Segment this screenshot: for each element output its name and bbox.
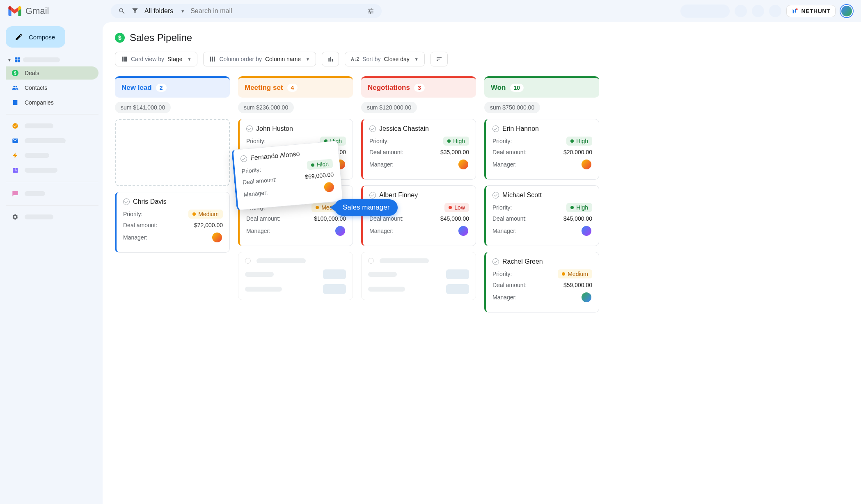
sidebar-collapse-row[interactable]: ▼ xyxy=(6,55,98,65)
sidebar-item-contacts[interactable]: Contacts xyxy=(6,81,98,94)
columns-icon xyxy=(209,56,216,62)
column-sum: sum $236,000.00 xyxy=(238,102,294,113)
mail-icon xyxy=(11,137,19,144)
check-circle-icon xyxy=(369,192,376,198)
nethunt-filter-icon[interactable] xyxy=(131,7,139,15)
column-order-value: Column name xyxy=(265,56,301,62)
check-circle-icon xyxy=(246,125,253,132)
column-header[interactable]: Won10 xyxy=(484,76,599,98)
gear-icon xyxy=(11,213,19,221)
deal-card[interactable]: Michael ScottPriority:HighDeal amount:$4… xyxy=(484,185,599,246)
manager-avatar[interactable] xyxy=(458,159,469,170)
page-title-row: $ Sales Pipeline xyxy=(115,32,849,43)
placeholder xyxy=(769,5,781,17)
priority-label: Priority: xyxy=(492,138,512,144)
column-header[interactable]: Meeting set4 xyxy=(238,76,353,98)
card-view-value: Stage xyxy=(167,56,183,62)
nethunt-label: NETHUNT xyxy=(801,8,830,14)
manager-avatar[interactable] xyxy=(581,159,592,170)
sidebar-item-placeholder[interactable] xyxy=(6,187,98,200)
sidebar-item-settings[interactable] xyxy=(6,210,98,223)
chevron-down-icon: ▼ xyxy=(306,57,310,62)
column-header[interactable]: Negotiations3 xyxy=(361,76,476,98)
sidebar-item-deals[interactable]: $ Deals xyxy=(6,66,98,80)
sidebar-item-placeholder[interactable] xyxy=(6,149,98,162)
divider xyxy=(6,182,98,182)
sort-by-select[interactable]: A↓Z Sort by Close day ▼ xyxy=(345,52,425,66)
card-view-label: Card view by xyxy=(131,56,164,62)
manager-avatar[interactable] xyxy=(581,292,592,303)
priority-label: Priority: xyxy=(241,166,261,175)
sort-by-label: Sort by xyxy=(362,56,380,62)
check-circle-icon xyxy=(11,122,19,130)
manager-avatar[interactable] xyxy=(211,232,223,243)
column-sum: sum $120,000.00 xyxy=(361,102,417,113)
priority-badge: High xyxy=(566,203,592,212)
compose-button[interactable]: Compose xyxy=(6,26,65,48)
placeholder xyxy=(680,5,730,18)
priority-label: Priority: xyxy=(492,204,512,211)
deal-card[interactable]: Chris DavisPriority:MediumDeal amount:$7… xyxy=(115,192,230,253)
card-view-by-select[interactable]: Card view by Stage ▼ xyxy=(115,52,197,66)
column-count: 4 xyxy=(287,84,298,92)
sidebar-item-placeholder[interactable] xyxy=(6,119,98,132)
column-sum: sum $141,000.00 xyxy=(115,102,171,113)
sidebar-item-placeholder[interactable] xyxy=(6,134,98,147)
manager-avatar[interactable] xyxy=(458,225,469,237)
dragging-deal-card[interactable]: Fernando Alonso Priority:High Deal amoun… xyxy=(231,141,343,210)
deal-name: Michael Scott xyxy=(502,192,542,199)
search-input[interactable] xyxy=(190,7,361,15)
column-title: Negotiations xyxy=(368,84,410,92)
sidebar-item-placeholder[interactable] xyxy=(6,164,98,177)
sidebar-item-label: Deals xyxy=(25,70,39,76)
deal-name: Erin Hannon xyxy=(502,125,539,132)
compose-label: Compose xyxy=(29,34,55,41)
deal-amount: $35,000.00 xyxy=(440,149,469,155)
sidebar-item-companies[interactable]: Companies xyxy=(6,96,98,109)
manager-avatar[interactable] xyxy=(334,225,346,237)
app-name: Gmail xyxy=(25,6,49,16)
placeholder xyxy=(735,5,747,17)
logo-section: Gmail xyxy=(8,6,103,16)
placeholder xyxy=(25,153,49,158)
nethunt-badge[interactable]: NETHUNT xyxy=(786,5,836,17)
filter-button[interactable] xyxy=(430,52,448,66)
deal-card[interactable]: Rachel GreenPriority:MediumDeal amount:$… xyxy=(484,252,599,312)
chart-button[interactable] xyxy=(322,52,339,66)
amount-label: Deal amount: xyxy=(246,215,280,222)
user-avatar[interactable] xyxy=(840,5,853,17)
placeholder xyxy=(25,191,45,196)
deal-name: Albert Finney xyxy=(379,192,418,199)
manager-label: Manager: xyxy=(492,228,517,234)
manager-label: Manager: xyxy=(246,228,270,234)
amount-label: Deal amount: xyxy=(492,149,527,155)
priority-label: Priority: xyxy=(123,211,142,217)
pencil-icon xyxy=(15,33,23,41)
column-count: 2 xyxy=(156,84,167,92)
dollar-icon: $ xyxy=(115,33,125,43)
search-bar[interactable]: All folders ▼ xyxy=(111,4,382,18)
check-circle-icon xyxy=(240,155,247,162)
search-icon xyxy=(118,7,126,15)
sort-lines-icon xyxy=(436,56,442,62)
deal-card[interactable]: Erin HannonPriority:HighDeal amount:$20,… xyxy=(484,119,599,180)
gmail-logo-icon xyxy=(8,6,21,16)
column-title: New lead xyxy=(121,84,152,92)
page-title: Sales Pipeline xyxy=(130,32,192,43)
tune-icon[interactable] xyxy=(367,7,374,15)
folder-label[interactable]: All folders xyxy=(144,7,173,15)
divider xyxy=(6,205,98,205)
sidebar-item-label: Contacts xyxy=(25,84,47,91)
column-order-select[interactable]: Column order by Column name ▼ xyxy=(203,52,316,66)
priority-badge: Medium xyxy=(188,210,223,219)
column-header[interactable]: New lead2 xyxy=(115,76,230,98)
check-circle-icon xyxy=(369,125,376,132)
sidebar: Compose ▼ $ Deals Contacts Companies xyxy=(0,22,103,504)
deal-amount: $45,000.00 xyxy=(440,215,469,222)
sidebar-item-label: Companies xyxy=(25,99,54,106)
deal-card[interactable]: Jessica ChastainPriority:HighDeal amount… xyxy=(361,119,476,180)
manager-avatar[interactable] xyxy=(581,225,592,237)
svg-point-0 xyxy=(796,8,797,10)
deal-card[interactable]: Albert FinneyPriority:LowDeal amount:$45… xyxy=(361,185,476,246)
deal-amount: $69,000.00 xyxy=(305,171,334,180)
